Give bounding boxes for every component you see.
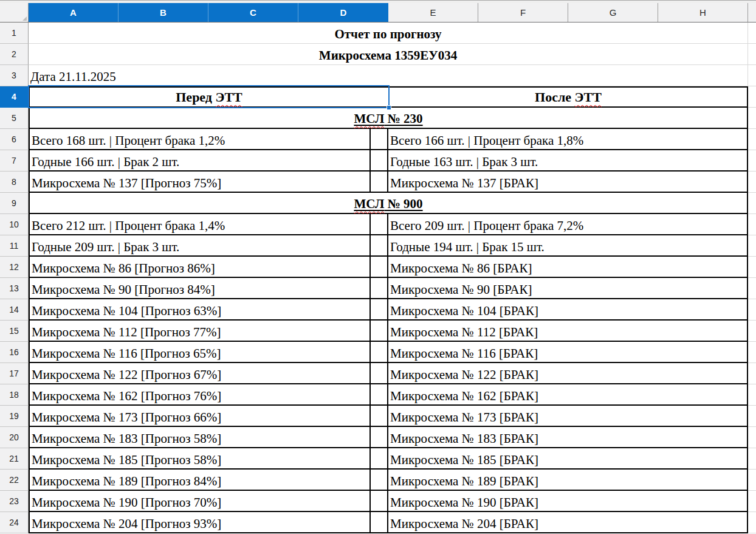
cell-r11-left[interactable]: Годные 209 шт. | Брак 3 шт. <box>30 235 371 255</box>
cell-r8-left[interactable]: Микросхема № 137 [Прогноз 75%] <box>30 172 371 192</box>
cell-r11-gap[interactable] <box>371 235 387 255</box>
cell-r15-right[interactable]: Микросхема № 112 [БРАК] <box>387 321 747 341</box>
row-header-23[interactable]: 23 <box>0 491 29 512</box>
cell-r13-right[interactable]: Микросхема № 90 [БРАК] <box>387 278 747 298</box>
cell-r14-right[interactable]: Микросхема № 104 [БРАК] <box>387 299 747 319</box>
cell-r14-left[interactable]: Микросхема № 104 [Прогноз 63%] <box>30 299 371 319</box>
cell-before-ett-header[interactable]: Перед ЭТТ <box>30 88 388 106</box>
column-header-F[interactable]: F <box>478 3 568 22</box>
cell-r7-gap[interactable] <box>371 150 387 170</box>
cell-r15-gap[interactable] <box>371 321 387 341</box>
row-header-7[interactable]: 7 <box>0 150 29 172</box>
cell-r20-left[interactable]: Микросхема № 183 [Прогноз 58%] <box>30 427 371 447</box>
row-header-8[interactable]: 8 <box>0 172 29 193</box>
cell-r7-right[interactable]: Годные 163 шт. | Брак 3 шт. <box>387 150 747 170</box>
cell-r22-right[interactable]: Микросхема № 189 [БРАК] <box>387 470 747 490</box>
cell-report-title[interactable]: Отчет по прогнозу <box>29 23 748 44</box>
row-header-1[interactable]: 1 <box>0 23 29 44</box>
cell-r21-gap[interactable] <box>371 448 387 468</box>
cell-r24-left[interactable]: Микросхема № 204 [Прогноз 93%] <box>30 512 371 532</box>
cell-r7-left[interactable]: Годные 166 шт. | Брак 2 шт. <box>30 150 371 170</box>
cell-r12-gap[interactable] <box>371 257 387 277</box>
row-header-12[interactable]: 12 <box>0 257 29 278</box>
cell-r24-right[interactable]: Микросхема № 204 [БРАК] <box>387 512 747 532</box>
cell-r16-right[interactable]: Микросхема № 116 [БРАК] <box>387 342 747 362</box>
column-header-H[interactable]: H <box>658 3 748 22</box>
fill-handle[interactable] <box>387 105 391 110</box>
column-header-E[interactable]: E <box>388 3 478 22</box>
cell-r8-right[interactable]: Микросхема № 137 [БРАК] <box>387 172 747 192</box>
row-header-17[interactable]: 17 <box>0 363 29 384</box>
cell-r10-gap[interactable] <box>371 214 387 234</box>
row-header-21[interactable]: 21 <box>0 448 29 470</box>
cell-r20-right[interactable]: Микросхема № 183 [БРАК] <box>387 427 747 447</box>
cell-r21-right[interactable]: Микросхема № 185 [БРАК] <box>387 448 747 468</box>
column-header-C[interactable]: C <box>208 3 298 22</box>
row-header-13[interactable]: 13 <box>0 278 29 299</box>
row-header-15[interactable]: 15 <box>0 321 29 342</box>
cell-text: Микросхема № 185 [Прогноз 58%] <box>32 453 221 467</box>
cell-r22-gap[interactable] <box>371 470 387 490</box>
column-header-A[interactable]: A <box>29 3 119 22</box>
cell-r19-gap[interactable] <box>371 406 387 426</box>
column-header-D[interactable]: D <box>298 3 388 22</box>
row-header-3[interactable]: 3 <box>0 65 29 86</box>
row-header-10[interactable]: 10 <box>0 214 29 235</box>
row-header-9[interactable]: 9 <box>0 193 29 214</box>
row-header-18[interactable]: 18 <box>0 384 29 406</box>
cell-r22-left[interactable]: Микросхема № 189 [Прогноз 84%] <box>30 470 371 490</box>
cell-r18-gap[interactable] <box>371 384 387 404</box>
cell-r19-right[interactable]: Микросхема № 173 [БРАК] <box>387 406 747 426</box>
row-header-4[interactable]: 4 <box>0 86 29 108</box>
select-all-corner[interactable] <box>0 3 29 22</box>
cell-r12-right[interactable]: Микросхема № 86 [БРАК] <box>387 257 747 277</box>
cell-r17-gap[interactable] <box>371 363 387 383</box>
row-header-24[interactable]: 24 <box>0 512 29 533</box>
row-header-22[interactable]: 22 <box>0 470 29 491</box>
column-header-B[interactable]: B <box>119 3 208 22</box>
cell-r21-left[interactable]: Микросхема № 185 [Прогноз 58%] <box>30 448 371 468</box>
cell-r10-left[interactable]: Всего 212 шт. | Процент брака 1,4% <box>30 214 371 234</box>
cell-r23-gap[interactable] <box>371 491 387 511</box>
cell-r15-left[interactable]: Микросхема № 112 [Прогноз 77%] <box>30 321 371 341</box>
cell-r8-gap[interactable] <box>371 172 387 192</box>
cell-r6-left[interactable]: Всего 168 шт. | Процент брака 1,2% <box>30 129 371 149</box>
cell-r6-gap[interactable] <box>371 129 387 149</box>
grid-tail <box>748 129 756 150</box>
row-header-19[interactable]: 19 <box>0 406 29 427</box>
row-header-20[interactable]: 20 <box>0 427 29 448</box>
after-ett-prefix: После <box>535 89 574 105</box>
cell-r16-gap[interactable] <box>371 342 387 362</box>
row-header-5[interactable]: 5 <box>0 108 29 129</box>
row-header-11[interactable]: 11 <box>0 235 29 257</box>
cell-r23-left[interactable]: Микросхема № 190 [Прогноз 70%] <box>30 491 371 511</box>
cell-r19-left[interactable]: Микросхема № 173 [Прогноз 66%] <box>30 406 371 426</box>
cell-r6-right[interactable]: Всего 166 шт. | Процент брака 1,8% <box>387 129 747 149</box>
cell-r13-gap[interactable] <box>371 278 387 298</box>
cell-r18-left[interactable]: Микросхема № 162 [Прогноз 76%] <box>30 384 371 404</box>
column-header-G[interactable]: G <box>568 3 658 22</box>
row-header-16[interactable]: 16 <box>0 342 29 363</box>
cell-r24-gap[interactable] <box>371 512 387 532</box>
cell-r23-right[interactable]: Микросхема № 190 [БРАК] <box>387 491 747 511</box>
cell-r20-gap[interactable] <box>371 427 387 447</box>
cell-r18-right[interactable]: Микросхема № 162 [БРАК] <box>387 384 747 404</box>
cell-r13-left[interactable]: Микросхема № 90 [Прогноз 84%] <box>30 278 371 298</box>
cell-section-msl-900[interactable]: МСЛ № 900 <box>30 193 747 213</box>
cell-r17-right[interactable]: Микросхема № 122 [БРАК] <box>387 363 747 383</box>
cell-r12-left[interactable]: Микросхема № 86 [Прогноз 86%] <box>30 257 371 277</box>
cell-r10-right[interactable]: Всего 209 шт. | Процент брака 7,2% <box>387 214 747 234</box>
cell-r17-left[interactable]: Микросхема № 122 [Прогноз 67%] <box>30 363 371 383</box>
cell-after-ett-header[interactable]: После ЭТТ <box>388 88 747 106</box>
row-header-6[interactable]: 6 <box>0 129 29 150</box>
cell-r16-left[interactable]: Микросхема № 116 [Прогноз 65%] <box>30 342 371 362</box>
cell-r11-right[interactable]: Годные 194 шт. | Брак 15 шт. <box>387 235 747 255</box>
cell-report-date[interactable]: Дата 21.11.2025 <box>29 65 748 86</box>
row-header-14[interactable]: 14 <box>0 299 29 321</box>
cell-report-subtitle[interactable]: Микросхема 1359ЕУ034 <box>29 44 748 65</box>
sheet-row-1: 1 Отчет по прогнозу <box>0 23 756 44</box>
cell-text: Микросхема № 173 [Прогноз 66%] <box>32 411 221 425</box>
cell-r14-gap[interactable] <box>371 299 387 319</box>
row-header-2[interactable]: 2 <box>0 44 29 65</box>
cell-section-msl-230[interactable]: МСЛ № 230 <box>30 108 747 128</box>
